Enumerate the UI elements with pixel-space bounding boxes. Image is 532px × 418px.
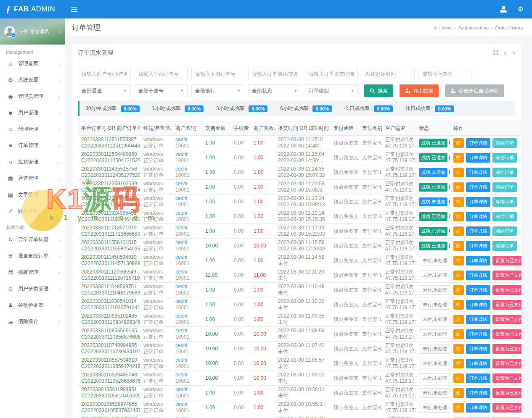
seal-button[interactable]: 封	[453, 300, 464, 310]
order-detail-button[interactable]: 订单详情	[466, 329, 490, 339]
seal-button[interactable]: 封	[453, 344, 464, 354]
subaccount-select[interactable]: 全部子账号▼	[135, 84, 188, 97]
order-detail-button[interactable]: 订单详情	[466, 138, 490, 148]
seal-button[interactable]: 封	[453, 271, 464, 280]
patch-notify-button[interactable]: 补	[449, 212, 450, 221]
merchant-name-link[interactable]: ceshi	[175, 386, 199, 393]
merchant-name-link[interactable]: ceshi	[175, 342, 199, 349]
merchant-name-link[interactable]: ceshi	[175, 328, 199, 334]
order-detail-button[interactable]: 订单详情	[466, 241, 490, 251]
sidebar-item-batch-delete-order[interactable]: ≣批量删除订单›	[0, 248, 65, 264]
merchant-name-link[interactable]: ceshi	[175, 357, 199, 363]
merchant-name-link[interactable]: ceshi	[175, 225, 199, 231]
sidebar-item-home[interactable]: ⌂管理首页›	[0, 55, 65, 72]
order-detail-button[interactable]: 订单详情	[466, 373, 490, 383]
patch-notify-button[interactable]: 补	[449, 153, 450, 162]
merchant-name-link[interactable]: ceshi	[175, 372, 199, 378]
order-detail-button[interactable]: 订单详情	[466, 182, 490, 192]
sidebar-item-system-settings[interactable]: ⚙系统设置›	[0, 72, 65, 88]
set-paid-button[interactable]: 设置为已支付	[492, 373, 521, 383]
set-paid-button[interactable]: 设置为已支付	[492, 256, 521, 266]
sidebar-item-withdraw-manage[interactable]: ¤提款管理›	[0, 154, 65, 170]
patch-notify-button[interactable]: 补	[449, 139, 450, 147]
set-paid-button[interactable]: 设置为已支付	[492, 403, 521, 413]
order-detail-button[interactable]: 订单详情	[466, 285, 490, 295]
merchant-name-link[interactable]: ceshi	[175, 416, 199, 418]
success-time-input[interactable]	[418, 68, 471, 80]
set-paid-button[interactable]: 设置为已支付	[492, 359, 521, 368]
seal-button[interactable]: 封	[453, 138, 464, 148]
sidebar-item-user-category-manage[interactable]: ⊙用户分类管理›	[0, 281, 65, 297]
merchant-name-link[interactable]: ceshi	[175, 195, 199, 202]
sidebar-item-clear-cache[interactable]: ☁清除缓存›	[0, 313, 65, 330]
merchant-name-link[interactable]: ceshi	[175, 401, 199, 407]
seal-button[interactable]: 封	[453, 197, 464, 207]
freeze-order-button[interactable]: 冻结订单	[492, 197, 517, 207]
patch-notify-button[interactable]: 补	[449, 183, 450, 191]
platform-order-input[interactable]	[135, 68, 188, 80]
breadcrumb-home[interactable]: Home	[439, 25, 452, 30]
seal-button[interactable]: 封	[453, 315, 464, 324]
gear-icon[interactable]: ⚙	[518, 6, 524, 13]
merchant-name-link[interactable]: ceshi	[175, 166, 199, 172]
freeze-order-button[interactable]: 冻结订单	[492, 168, 517, 177]
set-paid-button[interactable]: 设置为已支付	[492, 388, 521, 398]
sidebar-item-template-manage[interactable]: ⌘模板管理›	[0, 264, 65, 281]
merchant-name-link[interactable]: ceshi	[175, 210, 199, 216]
freeze-order-button[interactable]: 冻结订单	[492, 182, 517, 192]
sidebar-item-article-manage[interactable]: ▤文章管理›	[0, 187, 65, 203]
order-detail-button[interactable]: 订单详情	[466, 344, 490, 354]
set-paid-button[interactable]: 设置为已支付	[492, 329, 521, 339]
merchant-name-link[interactable]: ceshi	[175, 269, 199, 275]
breadcrumb-system-setting[interactable]: System setting	[458, 25, 489, 30]
sidebar-item-admin-manage[interactable]: ◉管理员管理›	[0, 88, 65, 105]
order-detail-button[interactable]: 订单详情	[466, 256, 490, 266]
seal-button[interactable]: 封	[453, 388, 464, 398]
merchant-name-link[interactable]: ceshi	[175, 239, 199, 246]
status-select[interactable]: 全部状态▼	[248, 84, 301, 97]
order-detail-button[interactable]: 订单详情	[466, 197, 490, 207]
ip-input[interactable]	[305, 68, 358, 80]
sidebar-item-order-manage[interactable]: ≡订单管理›	[0, 137, 65, 154]
set-paid-button[interactable]: 设置为已支付	[492, 315, 521, 324]
order-detail-button[interactable]: 订单详情	[466, 212, 490, 221]
patch-notify-button[interactable]: 补	[449, 227, 450, 235]
seal-button[interactable]: 封	[453, 182, 464, 192]
freeze-order-button[interactable]: 冻结订单	[492, 153, 517, 163]
downstream-order-input[interactable]	[191, 68, 244, 80]
seal-button[interactable]: 封	[453, 153, 464, 163]
seal-button[interactable]: 封	[453, 241, 464, 251]
order-detail-button[interactable]: 订单详情	[466, 226, 490, 236]
seal-button[interactable]: 封	[453, 373, 464, 383]
expand-icon[interactable]	[493, 50, 498, 56]
sidebar-user-panel[interactable]: ✓ 身份: 总管理员 ›	[0, 18, 65, 45]
order-detail-button[interactable]: 订单详情	[466, 168, 490, 177]
order-detail-button[interactable]: 订单详情	[466, 403, 490, 413]
freeze-order-button[interactable]: 冻结订单	[492, 241, 517, 251]
seal-button[interactable]: 封	[453, 329, 464, 339]
seal-button[interactable]: 封	[453, 226, 464, 236]
order-detail-button[interactable]: 订单详情	[466, 300, 490, 310]
merchant-name-link[interactable]: ceshi	[175, 298, 199, 305]
order-detail-button[interactable]: 订单详情	[466, 271, 490, 280]
patch-notify-button[interactable]: 补	[449, 197, 450, 206]
freeze-order-button[interactable]: 冻结订单	[492, 226, 517, 236]
sidebar-toggle-icon[interactable]	[71, 7, 77, 12]
merchant-name-link[interactable]: ceshi	[175, 284, 199, 290]
merchant-name-link[interactable]: ceshi	[175, 313, 199, 319]
order-detail-button[interactable]: 订单详情	[466, 359, 490, 368]
seal-button[interactable]: 封	[453, 359, 464, 368]
merchant-name-link[interactable]: ceshi	[175, 181, 199, 187]
search-button[interactable]: 搜索	[364, 84, 393, 97]
sidebar-item-finance-analysis[interactable]: ↗财务分析›	[0, 203, 65, 219]
sidebar-item-google-authenticator[interactable]: ♟谷歌验证器›	[0, 297, 65, 313]
merchant-input[interactable]	[78, 68, 131, 80]
sidebar-item-user-manage[interactable]: ☻用户管理›	[0, 105, 65, 121]
merchant-name-link[interactable]: ceshi	[175, 254, 199, 260]
seal-button[interactable]: 封	[453, 256, 464, 266]
create-time-input[interactable]	[362, 68, 415, 80]
desc-amount-input[interactable]	[248, 68, 301, 80]
seal-button[interactable]: 封	[453, 403, 464, 413]
order-detail-button[interactable]: 订单详情	[466, 388, 490, 398]
close-icon[interactable]: ×	[512, 50, 515, 55]
